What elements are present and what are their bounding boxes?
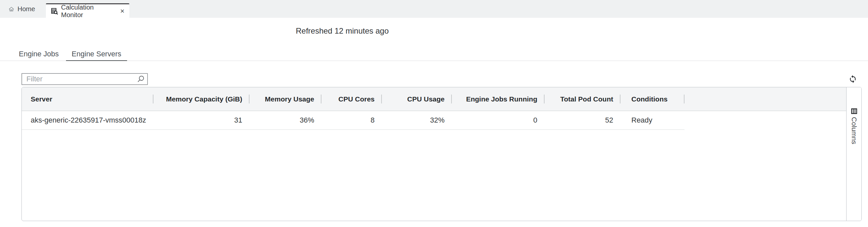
filter-field (22, 73, 148, 85)
columns-icon (851, 108, 857, 114)
refresh-button[interactable] (847, 73, 859, 85)
calculation-monitor-page: Home Calculation Monitor × Refreshed 12 … (0, 0, 868, 227)
column-header-cpu-usage[interactable]: CPU Usage (382, 87, 452, 111)
columns-panel-label: Columns (850, 117, 858, 144)
cell-total-pod-count: 52 (545, 111, 620, 129)
refreshed-status: Refreshed 12 minutes ago (0, 26, 684, 36)
tab-home[interactable]: Home (4, 0, 40, 18)
cell-memory-capacity: 31 (153, 111, 249, 129)
table-search-icon (51, 8, 58, 14)
window-tab-bar: Home Calculation Monitor × (0, 0, 868, 18)
home-tab-label: Home (18, 5, 35, 13)
column-header-conditions[interactable]: Conditions (620, 87, 684, 111)
home-icon (8, 6, 14, 12)
engine-servers-panel: Server Memory Capacity (GiB) Memory Usag… (22, 87, 862, 221)
cell-conditions: Ready (620, 111, 684, 129)
cell-memory-usage: 36% (249, 111, 321, 129)
table-row[interactable]: aks-generic-22635917-vmss00018z 31 36% 8… (22, 111, 684, 130)
column-header-engine-jobs-running[interactable]: Engine Jobs Running (452, 87, 545, 111)
column-header-memory-usage[interactable]: Memory Usage (249, 87, 321, 111)
view-tab-bar: Engine Jobs Engine Servers (0, 47, 868, 61)
columns-panel-toggle[interactable]: Columns (846, 87, 861, 221)
cell-engine-jobs-running: 0 (452, 111, 545, 129)
column-header-server[interactable]: Server (22, 87, 153, 111)
close-icon[interactable]: × (120, 8, 125, 15)
cell-server: aks-generic-22635917-vmss00018z (22, 111, 153, 129)
tab-engine-jobs[interactable]: Engine Jobs (13, 47, 64, 61)
tab-calculation-monitor[interactable]: Calculation Monitor × (46, 3, 129, 18)
cell-cpu-usage: 32% (382, 111, 452, 129)
doc-tab-label: Calculation Monitor (61, 4, 116, 19)
column-header-total-pod-count[interactable]: Total Pod Count (545, 87, 620, 111)
filter-input[interactable] (22, 73, 148, 85)
tab-engine-servers[interactable]: Engine Servers (66, 47, 127, 61)
refresh-icon (848, 75, 857, 83)
engine-servers-table: Server Memory Capacity (GiB) Memory Usag… (22, 87, 846, 221)
column-header-cpu-cores[interactable]: CPU Cores (321, 87, 382, 111)
cell-cpu-cores: 8 (321, 111, 382, 129)
column-header-memory-capacity[interactable]: Memory Capacity (GiB) (153, 87, 249, 111)
table-header-row: Server Memory Capacity (GiB) Memory Usag… (22, 87, 846, 111)
